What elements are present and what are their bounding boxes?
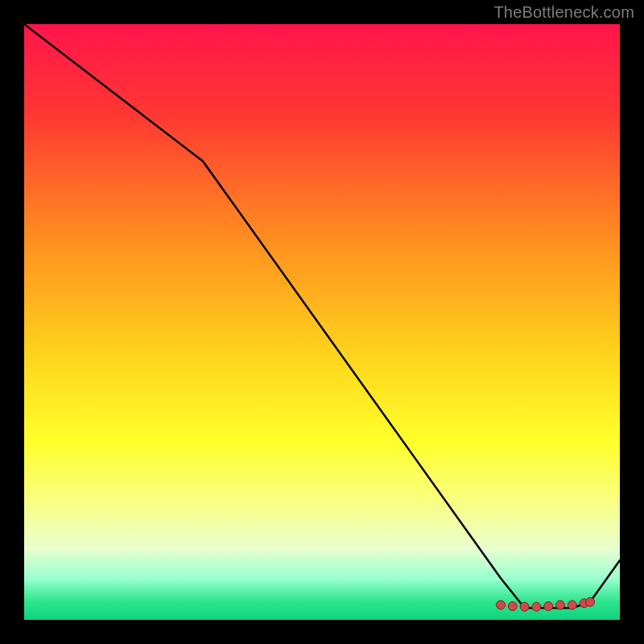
marker-dot <box>532 602 541 611</box>
marker-dot <box>556 601 565 609</box>
marker-dot <box>568 601 576 609</box>
watermark-text: TheBottleneck.com <box>493 3 634 22</box>
plot-frame <box>24 24 620 620</box>
chart-stage: TheBottleneck.com <box>0 0 644 644</box>
marker-dot <box>586 597 595 606</box>
gradient-rect <box>24 24 620 620</box>
marker-dot <box>508 602 517 611</box>
plot-svg <box>24 24 620 620</box>
marker-dot <box>520 602 529 611</box>
marker-dot <box>497 601 506 609</box>
marker-dot <box>544 602 553 611</box>
